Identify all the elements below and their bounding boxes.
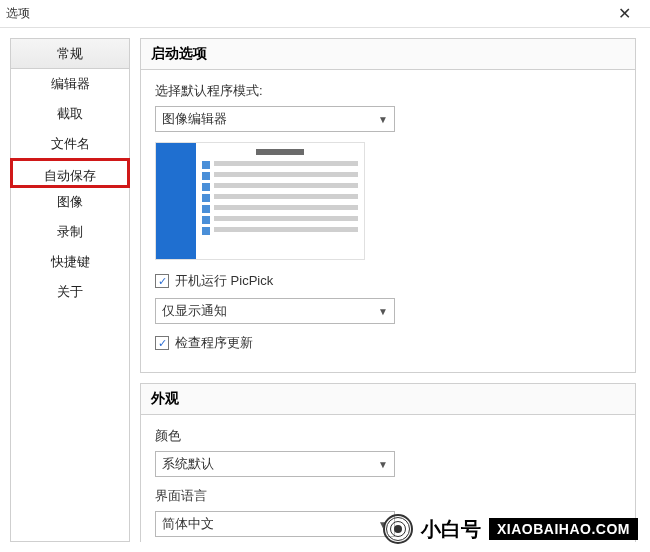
- check-updates-checkbox[interactable]: ✓ 检查程序更新: [155, 334, 621, 352]
- default-mode-value: 图像编辑器: [162, 110, 227, 128]
- autostart-label: 开机运行 PicPick: [175, 272, 273, 290]
- startup-section-title: 启动选项: [141, 39, 635, 70]
- autostart-checkbox[interactable]: ✓ 开机运行 PicPick: [155, 272, 621, 290]
- chevron-down-icon: ▼: [378, 114, 388, 125]
- sidebar-item-image[interactable]: 图像: [11, 187, 129, 217]
- appearance-section: 外观 颜色 系统默认 ▼ 界面语言 简体中文 ▼ 翻译: 上海菠萝 [blog.…: [140, 383, 636, 542]
- sidebar-item-autosave[interactable]: 自动保存: [10, 158, 130, 188]
- chevron-down-icon: ▼: [378, 459, 388, 470]
- main-panel: 启动选项 选择默认程序模式: 图像编辑器 ▼: [140, 38, 640, 542]
- default-mode-label: 选择默认程序模式:: [155, 82, 621, 100]
- sidebar-item-record[interactable]: 录制: [11, 217, 129, 247]
- checkbox-icon: ✓: [155, 274, 169, 288]
- checkbox-icon: ✓: [155, 336, 169, 350]
- sidebar-item-general[interactable]: 常规: [11, 39, 129, 69]
- color-label: 颜色: [155, 427, 621, 445]
- sidebar: 常规 编辑器 截取 文件名 自动保存 图像 录制 快捷键 关于: [10, 38, 130, 542]
- color-select[interactable]: 系统默认 ▼: [155, 451, 395, 477]
- language-value: 简体中文: [162, 515, 214, 533]
- sidebar-item-about[interactable]: 关于: [11, 277, 129, 307]
- autostart-mode-value: 仅显示通知: [162, 302, 227, 320]
- window-title: 选项: [6, 5, 604, 22]
- sidebar-item-capture[interactable]: 截取: [11, 99, 129, 129]
- language-select[interactable]: 简体中文 ▼: [155, 511, 395, 537]
- chevron-down-icon: ▼: [378, 519, 388, 530]
- default-mode-select[interactable]: 图像编辑器 ▼: [155, 106, 395, 132]
- language-label: 界面语言: [155, 487, 621, 505]
- autostart-mode-select[interactable]: 仅显示通知 ▼: [155, 298, 395, 324]
- sidebar-item-editor[interactable]: 编辑器: [11, 69, 129, 99]
- appearance-section-title: 外观: [141, 384, 635, 415]
- startup-section: 启动选项 选择默认程序模式: 图像编辑器 ▼: [140, 38, 636, 373]
- close-icon[interactable]: ✕: [604, 4, 644, 23]
- color-value: 系统默认: [162, 455, 214, 473]
- mode-preview-image: [155, 142, 365, 260]
- chevron-down-icon: ▼: [378, 306, 388, 317]
- check-updates-label: 检查程序更新: [175, 334, 253, 352]
- sidebar-item-filename[interactable]: 文件名: [11, 129, 129, 159]
- sidebar-item-hotkeys[interactable]: 快捷键: [11, 247, 129, 277]
